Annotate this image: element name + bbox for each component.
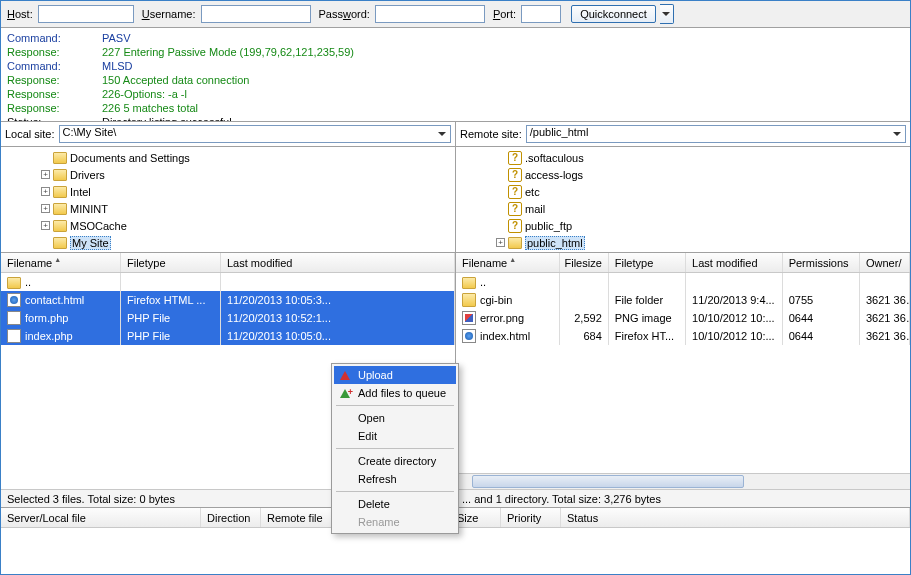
remote-tree[interactable]: ?.softaculous?access-logs?etc?mail?publi… (456, 147, 910, 253)
file-permissions: 0755 (783, 291, 860, 309)
col-filename[interactable]: Filename▲ (1, 253, 121, 272)
php-icon (7, 329, 21, 343)
log-text: 227 Entering Passive Mode (199,79,62,121… (102, 45, 904, 59)
ctx-refresh[interactable]: Refresh (334, 470, 456, 488)
remote-path-dropdown-button[interactable] (890, 127, 904, 141)
tree-expander-icon[interactable]: + (41, 187, 50, 196)
ctx-separator (336, 448, 454, 449)
port-input[interactable] (521, 5, 561, 23)
list-item[interactable]: error.png2,592PNG image10/10/2012 10:...… (456, 309, 910, 327)
tree-item[interactable]: Documents and Settings (5, 149, 451, 166)
context-menu: Upload Add files to queue Open Edit Crea… (331, 363, 459, 534)
list-item[interactable]: cgi-binFile folder11/20/2013 9:4...07553… (456, 291, 910, 309)
qcol-status[interactable]: Status (561, 508, 910, 527)
remote-hscrollbar[interactable] (456, 473, 910, 489)
qcol-direction[interactable]: Direction (201, 508, 261, 527)
html-icon (7, 293, 21, 307)
tree-item[interactable]: +MSOCache (5, 217, 451, 234)
local-tree[interactable]: Documents and Settings+Drivers+Intel+MIN… (1, 147, 455, 253)
username-input[interactable] (201, 5, 311, 23)
tree-item[interactable]: My Site (5, 234, 451, 251)
tree-item[interactable]: +Drivers (5, 166, 451, 183)
file-name: index.html (480, 330, 530, 342)
file-size: 684 (560, 327, 609, 345)
col-owner[interactable]: Owner/ (860, 253, 910, 272)
ctx-edit[interactable]: Edit (334, 427, 456, 445)
remote-pane: Remote site: /public_html ?.softaculous?… (456, 122, 910, 507)
folder-icon (462, 293, 476, 307)
ctx-refresh-label: Refresh (358, 473, 397, 485)
password-input[interactable] (375, 5, 485, 23)
tree-item[interactable]: ?public_ftp (460, 217, 906, 234)
tree-item[interactable]: ?access-logs (460, 166, 906, 183)
list-item[interactable]: contact.htmlFirefox HTML ...11/20/2013 1… (1, 291, 455, 309)
file-type: Firefox HTML ... (121, 291, 221, 309)
list-item[interactable]: form.phpPHP File11/20/2013 10:52:1... (1, 309, 455, 327)
local-path-dropdown-button[interactable] (435, 127, 449, 141)
log-text: 150 Accepted data connection (102, 73, 904, 87)
folder-icon (53, 203, 67, 215)
remote-list-header: Filename▲ Filesize Filetype Last modifie… (456, 253, 910, 273)
col-filename[interactable]: Filename▲ (456, 253, 560, 272)
log-label: Response: (7, 87, 102, 101)
tree-item[interactable]: +public_html (460, 234, 906, 251)
ctx-add-to-queue[interactable]: Add files to queue (334, 384, 456, 402)
file-size: 2,592 (560, 309, 609, 327)
tree-expander-icon[interactable]: + (41, 204, 50, 213)
log-text: Directory listing successful (102, 115, 904, 122)
log-text: 226-Options: -a -l (102, 87, 904, 101)
message-log[interactable]: Command:PASVResponse:227 Entering Passiv… (1, 28, 910, 122)
ctx-create-directory[interactable]: Create directory (334, 452, 456, 470)
port-label: Port: (493, 8, 516, 20)
file-name: .. (25, 276, 31, 288)
file-name: error.png (480, 312, 524, 324)
log-label: Command: (7, 31, 102, 45)
tree-item[interactable]: +MININT (5, 200, 451, 217)
qcol-priority[interactable]: Priority (501, 508, 561, 527)
tree-item[interactable]: ?etc (460, 183, 906, 200)
ctx-upload[interactable]: Upload (334, 366, 456, 384)
log-row: Response:227 Entering Passive Mode (199,… (7, 45, 904, 59)
local-path-combo[interactable]: C:\My Site\ (59, 125, 451, 143)
local-list-header: Filename▲ Filetype Last modified (1, 253, 455, 273)
col-permissions[interactable]: Permissions (783, 253, 860, 272)
file-modified (221, 273, 455, 291)
tree-item[interactable]: ?mail (460, 200, 906, 217)
tree-item[interactable]: +Intel (5, 183, 451, 200)
tree-expander-icon[interactable]: + (496, 238, 505, 247)
ctx-open[interactable]: Open (334, 409, 456, 427)
file-size (560, 291, 609, 309)
ctx-delete[interactable]: Delete (334, 495, 456, 513)
qcol-serverlocal[interactable]: Server/Local file (1, 508, 201, 527)
password-label: Password: (319, 8, 370, 20)
col-filetype[interactable]: Filetype (609, 253, 686, 272)
tree-expander-icon[interactable]: + (41, 221, 50, 230)
tree-item[interactable]: ?.softaculous (460, 149, 906, 166)
col-lastmodified[interactable]: Last modified (221, 253, 455, 272)
scrollbar-thumb[interactable] (472, 475, 744, 488)
file-name: contact.html (25, 294, 84, 306)
quickconnect-button[interactable]: Quickconnect (571, 5, 656, 23)
list-item[interactable]: index.html684Firefox HT...10/10/2012 10:… (456, 327, 910, 345)
list-item[interactable]: index.phpPHP File11/20/2013 10:05:0... (1, 327, 455, 345)
col-filesize[interactable]: Filesize (560, 253, 609, 272)
remote-file-list[interactable]: Filename▲ Filesize Filetype Last modifie… (456, 253, 910, 489)
col-lastmodified[interactable]: Last modified (686, 253, 783, 272)
log-row: Response:150 Accepted data connection (7, 73, 904, 87)
log-label: Response: (7, 45, 102, 59)
file-type (121, 273, 221, 291)
unknown-folder-icon: ? (508, 219, 522, 233)
chevron-down-icon (893, 132, 901, 136)
chevron-down-icon (662, 12, 670, 16)
col-filetype[interactable]: Filetype (121, 253, 221, 272)
tree-expander-icon[interactable]: + (41, 170, 50, 179)
log-label: Command: (7, 59, 102, 73)
log-text: PASV (102, 31, 904, 45)
quickconnect-dropdown-button[interactable] (660, 4, 674, 24)
remote-path-combo[interactable]: /public_html (526, 125, 906, 143)
list-item[interactable]: .. (456, 273, 910, 291)
remote-path-value: /public_html (530, 126, 589, 138)
list-item[interactable]: .. (1, 273, 455, 291)
local-site-label: Local site: (5, 128, 55, 140)
host-input[interactable] (38, 5, 134, 23)
